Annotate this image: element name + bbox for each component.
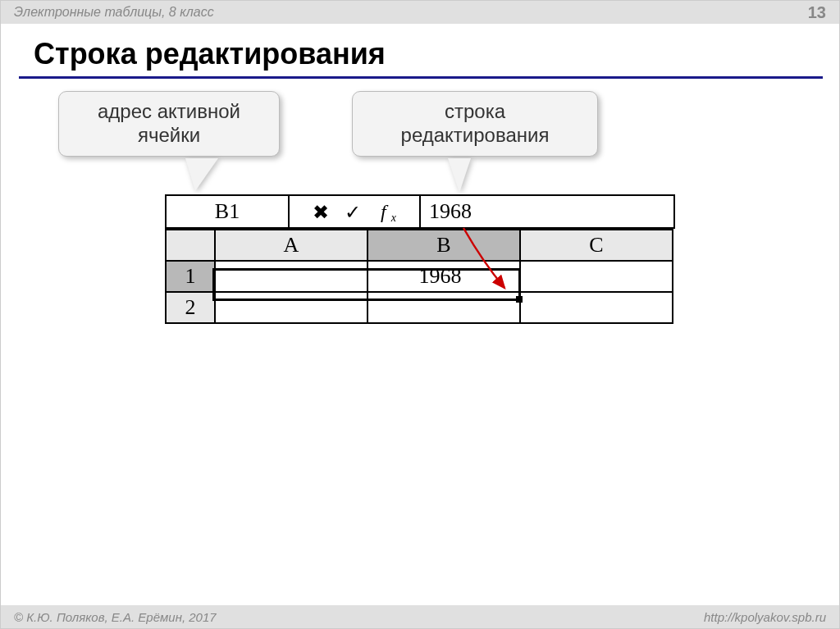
title-underline [19,76,823,79]
spreadsheet-mock: B1 ✖ ✓ fx 1968 A B C 1 1968 [165,194,675,324]
cell-c2[interactable] [520,292,673,323]
cell-a1[interactable] [215,261,368,292]
footer-url: http://kpolyakov.spb.ru [704,610,826,624]
cell-a2[interactable] [215,292,368,323]
slide: Электронные таблицы, 8 класс 13 Строка р… [0,0,840,629]
fx-icon[interactable]: fx [376,199,396,225]
page-number: 13 [808,3,826,22]
callout-address: адрес активной ячейки [58,91,280,157]
col-header-a[interactable]: A [215,230,368,261]
accept-icon[interactable]: ✓ [345,201,361,224]
cell-c1[interactable] [520,261,673,292]
cell-b1[interactable]: 1968 [368,261,520,292]
row-header-1[interactable]: 1 [166,261,215,292]
formula-edit-box[interactable]: 1968 [420,195,674,228]
col-header-c[interactable]: C [520,230,673,261]
header-subject: Электронные таблицы, 8 класс [14,5,214,20]
formula-bar: B1 ✖ ✓ fx 1968 [165,194,675,229]
formula-bar-buttons: ✖ ✓ fx [289,195,420,228]
cell-b2[interactable] [368,292,520,323]
header-bar: Электронные таблицы, 8 класс 13 [1,1,839,24]
grid-table: A B C 1 1968 2 [165,229,673,324]
select-all-corner[interactable] [166,230,215,261]
callout-address-tail [185,158,218,191]
cancel-icon[interactable]: ✖ [313,201,329,224]
slide-title: Строка редактирования [34,37,386,71]
name-box[interactable]: B1 [166,195,289,228]
fill-handle[interactable] [516,296,523,303]
footer-copyright: © К.Ю. Поляков, Е.А. Ерёмин, 2017 [14,610,217,624]
row-header-2[interactable]: 2 [166,292,215,323]
col-header-b[interactable]: B [368,230,520,261]
callout-editline: строка редактирования [352,91,598,157]
footer-bar: © К.Ю. Поляков, Е.А. Ерёмин, 2017 http:/… [1,605,839,628]
callout-editline-tail [448,158,471,193]
